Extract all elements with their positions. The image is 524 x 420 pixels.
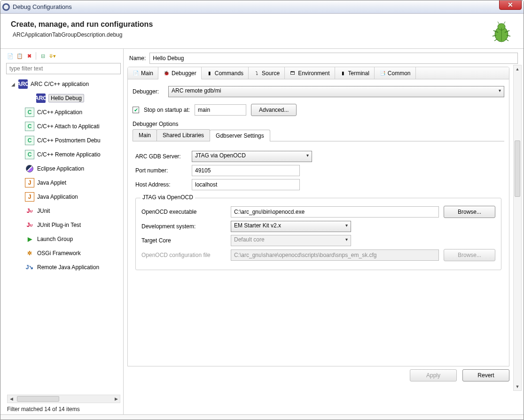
scroll-down-arrow[interactable]: ▼ bbox=[514, 383, 521, 390]
header-title: Create, manage, and run configurations bbox=[11, 20, 153, 29]
tree-item-arc-c-c-application[interactable]: ◢ARCARC C/C++ application bbox=[4, 77, 123, 91]
dev-system-label: Development system: bbox=[141, 223, 226, 230]
window-close-button[interactable]: ✕ bbox=[499, 0, 522, 10]
subtab-main[interactable]: Main bbox=[133, 129, 157, 141]
duplicate-config-icon[interactable]: 📋 bbox=[16, 52, 24, 60]
tree-item-launch-group[interactable]: ▶Launch Group bbox=[4, 232, 123, 246]
tab-terminal[interactable]: ▮Terminal bbox=[335, 67, 375, 79]
gdb-server-label: ARC GDB Server: bbox=[135, 153, 187, 160]
tree-item-junit-plug-in-test[interactable]: JUJUnit Plug-in Test bbox=[4, 218, 123, 232]
port-input[interactable] bbox=[192, 165, 300, 176]
fieldset-legend: JTAG via OpenOCD bbox=[141, 194, 195, 201]
openocd-browse-button[interactable]: Browse... bbox=[444, 206, 495, 218]
host-label: Host Address: bbox=[135, 181, 187, 188]
config-editor-panel: Name: 📄Main🐞Debugger▮Commands⤵Source🗔Env… bbox=[124, 49, 524, 414]
filter-input[interactable] bbox=[6, 63, 121, 74]
target-core-combo: Default core bbox=[231, 235, 351, 246]
debug-bug-icon bbox=[490, 20, 513, 44]
subtab-shared-libraries[interactable]: Shared Libraries bbox=[156, 129, 210, 141]
filter-status: Filter matched 14 of 14 items bbox=[4, 404, 123, 414]
subtab-gdbserver-settings[interactable]: Gdbserver Settings bbox=[210, 130, 270, 141]
jtag-openocd-fieldset: JTAG via OpenOCD OpenOCD executable Brow… bbox=[135, 198, 501, 270]
tab-environment[interactable]: 🗔Environment bbox=[285, 67, 335, 79]
tree-item-osgi-framework[interactable]: ✲OSGi Framework bbox=[4, 246, 123, 260]
editor-vscrollbar[interactable]: ▲ ▼ bbox=[513, 65, 522, 391]
stop-on-startup-input[interactable] bbox=[195, 104, 246, 116]
tree-item-eclipse-application[interactable]: Eclipse Application bbox=[4, 162, 123, 176]
debugger-label: Debugger: bbox=[133, 88, 164, 95]
filter-icon[interactable]: ⤋▾ bbox=[48, 52, 56, 60]
eclipse-icon bbox=[2, 3, 10, 11]
new-config-icon[interactable]: 📄 bbox=[6, 52, 15, 60]
tree-item-c-c-postmortem-debu[interactable]: CC/C++ Postmortem Debu bbox=[4, 133, 123, 148]
debugger-combo[interactable]: ARC remote gdb/mi bbox=[168, 86, 504, 97]
name-label: Name: bbox=[129, 55, 146, 62]
scroll-right-arrow[interactable]: ▶ bbox=[112, 395, 120, 403]
port-label: Port number: bbox=[135, 167, 187, 174]
config-file-label: OpenOCD configuration file bbox=[141, 252, 226, 258]
tree-hscrollbar[interactable]: ◀ ▶ bbox=[7, 395, 120, 403]
collapse-all-icon[interactable]: ⊟ bbox=[39, 52, 47, 60]
tree-item-java-application[interactable]: JJava Application bbox=[4, 190, 123, 204]
svg-line-9 bbox=[498, 22, 499, 24]
apply-button: Apply bbox=[410, 369, 457, 381]
debugger-subtabs: MainShared LibrariesGdbserver Settings bbox=[133, 129, 504, 141]
debugger-options-label: Debugger Options bbox=[133, 121, 504, 127]
config-file-browse-button: Browse... bbox=[444, 249, 495, 261]
tab-main[interactable]: 📄Main bbox=[128, 67, 158, 79]
tree-item-junit[interactable]: JUJUnit bbox=[4, 204, 123, 218]
config-file-input bbox=[231, 249, 439, 261]
advanced-button[interactable]: Advanced... bbox=[251, 104, 297, 116]
revert-button[interactable]: Revert bbox=[462, 369, 509, 381]
header-subtitle: ARCApplicationTabGroupDescription.debug bbox=[11, 31, 153, 38]
stop-on-startup-label: Stop on startup at: bbox=[144, 107, 190, 113]
target-core-label: Target Core bbox=[141, 237, 226, 244]
scroll-up-arrow[interactable]: ▲ bbox=[514, 65, 521, 73]
tree-item-java-applet[interactable]: JJava Applet bbox=[4, 176, 123, 190]
tab-source[interactable]: ⤵Source bbox=[249, 67, 285, 79]
openocd-exe-label: OpenOCD executable bbox=[141, 209, 226, 215]
vscroll-thumb[interactable] bbox=[515, 140, 520, 197]
config-tree-panel: 📄 📋 ✖ ⊟ ⤋▾ ◢ARCARC C/C++ applicationARCH… bbox=[0, 49, 124, 414]
scroll-left-arrow[interactable]: ◀ bbox=[8, 395, 15, 403]
name-input[interactable] bbox=[149, 53, 518, 64]
host-input[interactable] bbox=[192, 179, 300, 190]
header: Create, manage, and run configurations A… bbox=[0, 14, 524, 49]
openocd-exe-input[interactable] bbox=[231, 206, 439, 218]
debugger-tab-content: Debugger: ARC remote gdb/mi ✔ Stop on st… bbox=[128, 79, 509, 366]
tree-toolbar: 📄 📋 ✖ ⊟ ⤋▾ bbox=[4, 51, 123, 63]
tab-commands[interactable]: ▮Commands bbox=[202, 67, 249, 79]
dev-system-combo[interactable]: EM Starter Kit v2.x bbox=[231, 221, 351, 232]
tree-item-c-c-application[interactable]: CC/C++ Application bbox=[4, 105, 123, 119]
window-title: Debug Configurations bbox=[13, 3, 72, 10]
gdb-server-combo[interactable]: JTAG via OpenOCD bbox=[192, 151, 312, 162]
scroll-thumb[interactable] bbox=[17, 396, 59, 402]
svg-line-10 bbox=[504, 22, 505, 24]
delete-config-icon[interactable]: ✖ bbox=[25, 52, 33, 60]
tab-common[interactable]: 📑Common bbox=[375, 67, 416, 79]
config-tree[interactable]: ◢ARCARC C/C++ applicationARCHello DebugC… bbox=[4, 76, 123, 394]
tree-item-remote-java-application[interactable]: J↘Remote Java Application bbox=[4, 260, 123, 274]
tree-item-hello-debug[interactable]: ARCHello Debug bbox=[4, 91, 123, 105]
config-tabbar: 📄Main🐞Debugger▮Commands⤵Source🗔Environme… bbox=[128, 67, 509, 79]
titlebar[interactable]: Debug Configurations ✕ bbox=[0, 0, 524, 14]
tab-debugger[interactable]: 🐞Debugger bbox=[158, 67, 202, 79]
tree-item-c-c-remote-applicatio[interactable]: CC/C++ Remote Applicatio bbox=[4, 148, 123, 162]
stop-on-startup-checkbox[interactable]: ✔ bbox=[133, 107, 139, 113]
dialog-footer: ? Debug Close bbox=[0, 414, 524, 420]
tree-item-c-c-attach-to-applicati[interactable]: CC/C++ Attach to Applicati bbox=[4, 119, 123, 133]
